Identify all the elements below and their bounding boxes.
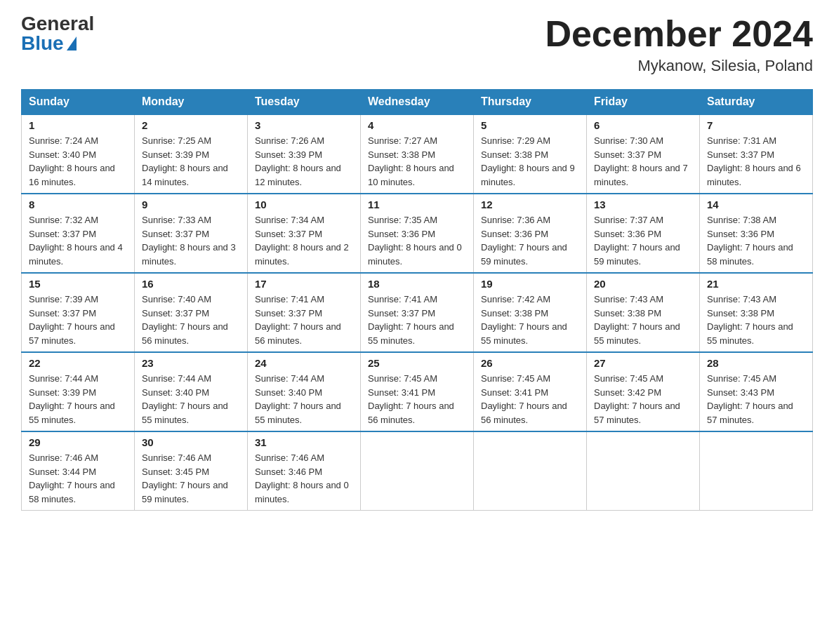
calendar-empty (361, 431, 474, 511)
calendar-day-23: 23Sunrise: 7:44 AMSunset: 3:40 PMDayligh… (135, 352, 248, 431)
day-number: 19 (481, 278, 579, 290)
calendar-day-31: 31Sunrise: 7:46 AMSunset: 3:46 PMDayligh… (248, 431, 361, 511)
day-info: Sunrise: 7:37 AMSunset: 3:36 PMDaylight:… (594, 213, 692, 268)
calendar-day-30: 30Sunrise: 7:46 AMSunset: 3:45 PMDayligh… (135, 431, 248, 511)
calendar-day-17: 17Sunrise: 7:41 AMSunset: 3:37 PMDayligh… (248, 273, 361, 352)
day-info: Sunrise: 7:33 AMSunset: 3:37 PMDaylight:… (142, 213, 240, 268)
calendar-empty (474, 431, 587, 511)
day-number: 28 (707, 357, 805, 369)
day-number: 30 (142, 436, 240, 448)
calendar-week-3: 15Sunrise: 7:39 AMSunset: 3:37 PMDayligh… (22, 273, 813, 352)
day-number: 3 (255, 119, 353, 131)
calendar-day-10: 10Sunrise: 7:34 AMSunset: 3:37 PMDayligh… (248, 194, 361, 273)
day-info: Sunrise: 7:45 AMSunset: 3:41 PMDaylight:… (368, 372, 466, 427)
day-info: Sunrise: 7:30 AMSunset: 3:37 PMDaylight:… (594, 134, 692, 189)
day-number: 2 (142, 119, 240, 131)
calendar-day-20: 20Sunrise: 7:43 AMSunset: 3:38 PMDayligh… (587, 273, 700, 352)
location-subtitle: Mykanow, Silesia, Poland (545, 57, 813, 75)
day-info: Sunrise: 7:40 AMSunset: 3:37 PMDaylight:… (142, 293, 240, 347)
calendar-day-26: 26Sunrise: 7:45 AMSunset: 3:41 PMDayligh… (474, 352, 587, 431)
calendar-day-2: 2Sunrise: 7:25 AMSunset: 3:39 PMDaylight… (135, 114, 248, 194)
day-number: 13 (594, 199, 692, 210)
header-saturday: Saturday (700, 90, 813, 115)
calendar-day-29: 29Sunrise: 7:46 AMSunset: 3:44 PMDayligh… (22, 431, 135, 511)
day-number: 25 (368, 357, 466, 369)
calendar-day-6: 6Sunrise: 7:30 AMSunset: 3:37 PMDaylight… (587, 114, 700, 194)
month-title: December 2024 (545, 14, 813, 54)
calendar-day-13: 13Sunrise: 7:37 AMSunset: 3:36 PMDayligh… (587, 194, 700, 273)
day-number: 24 (255, 357, 353, 369)
calendar-empty (587, 431, 700, 511)
day-info: Sunrise: 7:41 AMSunset: 3:37 PMDaylight:… (255, 293, 353, 347)
calendar-day-22: 22Sunrise: 7:44 AMSunset: 3:39 PMDayligh… (22, 352, 135, 431)
day-info: Sunrise: 7:43 AMSunset: 3:38 PMDaylight:… (707, 293, 805, 347)
header-thursday: Thursday (474, 90, 587, 115)
day-info: Sunrise: 7:25 AMSunset: 3:39 PMDaylight:… (142, 134, 240, 189)
calendar-day-11: 11Sunrise: 7:35 AMSunset: 3:36 PMDayligh… (361, 194, 474, 273)
day-number: 17 (255, 278, 353, 290)
calendar-day-25: 25Sunrise: 7:45 AMSunset: 3:41 PMDayligh… (361, 352, 474, 431)
day-number: 8 (29, 199, 127, 210)
logo-blue-text: Blue (21, 34, 77, 53)
day-number: 14 (707, 199, 805, 210)
day-number: 15 (29, 278, 127, 290)
calendar-table: SundayMondayTuesdayWednesdayThursdayFrid… (21, 89, 813, 511)
calendar-day-3: 3Sunrise: 7:26 AMSunset: 3:39 PMDaylight… (248, 114, 361, 194)
day-info: Sunrise: 7:34 AMSunset: 3:37 PMDaylight:… (255, 213, 353, 268)
day-info: Sunrise: 7:38 AMSunset: 3:36 PMDaylight:… (707, 213, 805, 268)
day-number: 23 (142, 357, 240, 369)
day-info: Sunrise: 7:32 AMSunset: 3:37 PMDaylight:… (29, 213, 127, 268)
day-info: Sunrise: 7:26 AMSunset: 3:39 PMDaylight:… (255, 134, 353, 189)
calendar-week-2: 8Sunrise: 7:32 AMSunset: 3:37 PMDaylight… (22, 194, 813, 273)
calendar-header-row: SundayMondayTuesdayWednesdayThursdayFrid… (22, 90, 813, 115)
calendar-week-1: 1Sunrise: 7:24 AMSunset: 3:40 PMDaylight… (22, 114, 813, 194)
calendar-day-14: 14Sunrise: 7:38 AMSunset: 3:36 PMDayligh… (700, 194, 813, 273)
calendar-empty (700, 431, 813, 511)
day-number: 26 (481, 357, 579, 369)
day-number: 1 (29, 119, 127, 131)
day-number: 4 (368, 119, 466, 131)
day-number: 5 (481, 119, 579, 131)
day-info: Sunrise: 7:42 AMSunset: 3:38 PMDaylight:… (481, 293, 579, 347)
day-number: 18 (368, 278, 466, 290)
day-info: Sunrise: 7:46 AMSunset: 3:46 PMDaylight:… (255, 451, 353, 506)
day-number: 12 (481, 199, 579, 210)
day-info: Sunrise: 7:46 AMSunset: 3:44 PMDaylight:… (29, 451, 127, 506)
header-wednesday: Wednesday (361, 90, 474, 115)
calendar-day-16: 16Sunrise: 7:40 AMSunset: 3:37 PMDayligh… (135, 273, 248, 352)
page-header: General Blue December 2024 Mykanow, Sile… (21, 14, 813, 75)
calendar-week-4: 22Sunrise: 7:44 AMSunset: 3:39 PMDayligh… (22, 352, 813, 431)
logo: General Blue (21, 14, 94, 53)
day-info: Sunrise: 7:24 AMSunset: 3:40 PMDaylight:… (29, 134, 127, 189)
header-monday: Monday (135, 90, 248, 115)
logo-triangle-icon (67, 36, 77, 51)
calendar-day-19: 19Sunrise: 7:42 AMSunset: 3:38 PMDayligh… (474, 273, 587, 352)
header-sunday: Sunday (22, 90, 135, 115)
calendar-day-5: 5Sunrise: 7:29 AMSunset: 3:38 PMDaylight… (474, 114, 587, 194)
day-info: Sunrise: 7:45 AMSunset: 3:41 PMDaylight:… (481, 372, 579, 427)
calendar-week-5: 29Sunrise: 7:46 AMSunset: 3:44 PMDayligh… (22, 431, 813, 511)
header-tuesday: Tuesday (248, 90, 361, 115)
day-info: Sunrise: 7:45 AMSunset: 3:43 PMDaylight:… (707, 372, 805, 427)
calendar-day-4: 4Sunrise: 7:27 AMSunset: 3:38 PMDaylight… (361, 114, 474, 194)
day-info: Sunrise: 7:35 AMSunset: 3:36 PMDaylight:… (368, 213, 466, 268)
day-number: 20 (594, 278, 692, 290)
day-number: 21 (707, 278, 805, 290)
day-info: Sunrise: 7:44 AMSunset: 3:40 PMDaylight:… (255, 372, 353, 427)
day-number: 7 (707, 119, 805, 131)
header-friday: Friday (587, 90, 700, 115)
day-number: 22 (29, 357, 127, 369)
calendar-day-12: 12Sunrise: 7:36 AMSunset: 3:36 PMDayligh… (474, 194, 587, 273)
calendar-day-27: 27Sunrise: 7:45 AMSunset: 3:42 PMDayligh… (587, 352, 700, 431)
calendar-day-7: 7Sunrise: 7:31 AMSunset: 3:37 PMDaylight… (700, 114, 813, 194)
day-info: Sunrise: 7:31 AMSunset: 3:37 PMDaylight:… (707, 134, 805, 189)
calendar-day-21: 21Sunrise: 7:43 AMSunset: 3:38 PMDayligh… (700, 273, 813, 352)
day-info: Sunrise: 7:44 AMSunset: 3:40 PMDaylight:… (142, 372, 240, 427)
day-number: 9 (142, 199, 240, 210)
day-number: 11 (368, 199, 466, 210)
day-number: 27 (594, 357, 692, 369)
day-number: 6 (594, 119, 692, 131)
calendar-day-28: 28Sunrise: 7:45 AMSunset: 3:43 PMDayligh… (700, 352, 813, 431)
day-info: Sunrise: 7:46 AMSunset: 3:45 PMDaylight:… (142, 451, 240, 506)
calendar-day-24: 24Sunrise: 7:44 AMSunset: 3:40 PMDayligh… (248, 352, 361, 431)
